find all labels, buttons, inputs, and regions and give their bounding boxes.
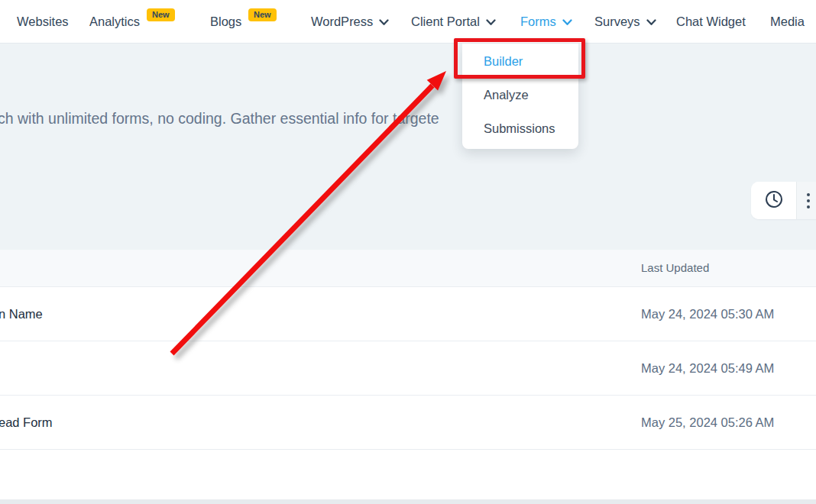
chevron-down-icon bbox=[646, 0, 656, 43]
menu-item-submissions[interactable]: Submissions bbox=[462, 111, 578, 145]
table-empty-area bbox=[0, 450, 816, 499]
kebab-menu-icon bbox=[807, 193, 810, 208]
menu-item-label: Analyze bbox=[484, 88, 529, 102]
bottom-edge-strip bbox=[0, 499, 816, 504]
table-row[interactable]: ead Form May 25, 2024 05:26 AM bbox=[0, 396, 816, 450]
menu-item-label: Builder bbox=[484, 54, 523, 68]
top-navbar: Websites Analytics New Blogs New WordPre… bbox=[0, 0, 816, 44]
table-row[interactable]: n Name May 24, 2024 05:30 AM bbox=[0, 287, 816, 341]
nav-label: Blogs bbox=[210, 15, 241, 28]
nav-item-analytics[interactable]: Analytics bbox=[89, 0, 140, 43]
nav-label: Media bbox=[770, 15, 805, 28]
new-badge: New bbox=[147, 8, 175, 21]
last-updated-cell: May 24, 2024 05:49 AM bbox=[641, 341, 774, 395]
nav-item-websites[interactable]: Websites bbox=[17, 0, 69, 43]
more-options-button[interactable] bbox=[797, 182, 816, 219]
forms-dropdown-menu: Builder Analyze Submissions bbox=[462, 44, 578, 149]
table-row[interactable]: May 24, 2024 05:49 AM bbox=[0, 341, 816, 396]
nav-item-client-portal[interactable]: Client Portal bbox=[411, 0, 496, 43]
menu-item-label: Submissions bbox=[484, 121, 555, 135]
form-name-cell: n Name bbox=[0, 287, 43, 341]
last-updated-cell: May 24, 2024 05:30 AM bbox=[641, 287, 774, 341]
nav-item-chat-widget[interactable]: Chat Widget bbox=[676, 0, 746, 43]
column-header-last-updated: Last Updated bbox=[641, 250, 709, 286]
history-button[interactable] bbox=[751, 182, 797, 219]
clock-icon bbox=[764, 189, 784, 212]
nav-label: Surveys bbox=[594, 15, 640, 28]
menu-item-analyze[interactable]: Analyze bbox=[462, 78, 578, 111]
chevron-down-icon bbox=[379, 0, 389, 43]
nav-label: WordPress bbox=[311, 15, 373, 28]
nav-item-blogs[interactable]: Blogs bbox=[210, 0, 241, 43]
last-updated-cell: May 25, 2024 05:26 AM bbox=[641, 396, 774, 449]
new-badge: New bbox=[248, 8, 277, 21]
nav-label: Websites bbox=[17, 15, 69, 28]
nav-item-surveys[interactable]: Surveys bbox=[594, 0, 656, 43]
table-toolbar bbox=[751, 182, 816, 219]
nav-label: Forms bbox=[520, 15, 556, 28]
page-description-fragment: ch with unlimited forms, no coding. Gath… bbox=[0, 110, 439, 128]
forms-table: Last Updated n Name May 24, 2024 05:30 A… bbox=[0, 250, 816, 499]
form-name-cell: ead Form bbox=[0, 396, 53, 449]
nav-label: Analytics bbox=[89, 15, 140, 28]
nav-item-forms[interactable]: Forms bbox=[520, 0, 572, 43]
nav-label: Client Portal bbox=[411, 15, 480, 28]
chevron-down-icon bbox=[562, 0, 572, 43]
menu-item-builder[interactable]: Builder bbox=[462, 44, 578, 78]
nav-label: Chat Widget bbox=[676, 15, 746, 28]
chevron-down-icon bbox=[486, 0, 496, 43]
nav-item-wordpress[interactable]: WordPress bbox=[311, 0, 389, 43]
nav-item-media[interactable]: Media bbox=[770, 0, 805, 43]
table-header-row: Last Updated bbox=[0, 250, 816, 287]
